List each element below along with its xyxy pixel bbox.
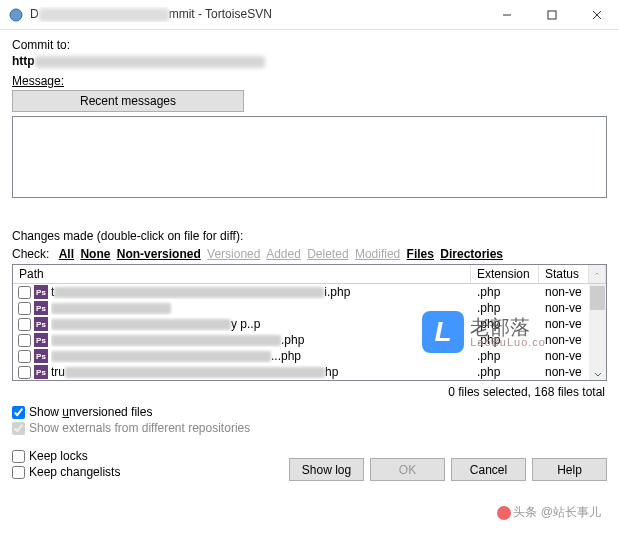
col-status[interactable]: Status <box>539 265 589 283</box>
ok-button[interactable]: OK <box>370 458 445 481</box>
file-path: ...php <box>51 349 471 363</box>
cancel-button[interactable]: Cancel <box>451 458 526 481</box>
filter-files[interactable]: Files <box>407 247 434 261</box>
file-icon: Ps <box>34 365 48 379</box>
file-path: y p..p <box>51 317 471 331</box>
app-icon <box>8 7 24 23</box>
file-icon: Ps <box>34 317 48 331</box>
table-row[interactable]: Pstruhp.phpnon-ve <box>13 364 606 380</box>
file-icon: Ps <box>34 349 48 363</box>
filter-nonversioned[interactable]: Non-versioned <box>117 247 201 261</box>
table-row[interactable]: Psti.php.phpnon-ve <box>13 284 606 300</box>
close-button[interactable] <box>574 0 619 30</box>
commit-message-input[interactable] <box>12 116 607 198</box>
file-status: non-ve <box>539 333 589 347</box>
footer-watermark: 头条 @站长事儿 <box>497 504 601 521</box>
maximize-button[interactable] <box>529 0 574 30</box>
selection-status: 0 files selected, 168 files total <box>12 381 607 405</box>
changes-label: Changes made (double-click on file for d… <box>12 229 607 243</box>
commit-url: http <box>12 54 607 68</box>
check-filter-row: Check: All None Non-versioned Versioned … <box>12 247 607 261</box>
show-log-button[interactable]: Show log <box>289 458 364 481</box>
file-status: non-ve <box>539 285 589 299</box>
file-ext: .php <box>471 285 539 299</box>
file-status: non-ve <box>539 349 589 363</box>
keep-changelists-checkbox[interactable]: Keep changelists <box>12 465 283 479</box>
row-checkbox[interactable] <box>18 318 31 331</box>
col-extension[interactable]: Extension <box>471 265 539 283</box>
file-status: non-ve <box>539 317 589 331</box>
file-path <box>51 301 471 315</box>
window-title: Dmmit - TortoiseSVN <box>30 7 484 22</box>
file-icon: Ps <box>34 333 48 347</box>
row-checkbox[interactable] <box>18 366 31 379</box>
row-checkbox[interactable] <box>18 334 31 347</box>
commit-to-label: Commit to: <box>12 38 607 52</box>
filter-directories[interactable]: Directories <box>440 247 503 261</box>
recent-messages-button[interactable]: Recent messages <box>12 90 244 112</box>
col-path[interactable]: Path <box>13 265 471 283</box>
file-icon: Ps <box>34 301 48 315</box>
file-icon: Ps <box>34 285 48 299</box>
file-status: non-ve <box>539 301 589 315</box>
svg-rect-2 <box>548 11 556 19</box>
minimize-button[interactable] <box>484 0 529 30</box>
scrollbar[interactable] <box>589 284 606 380</box>
file-status: non-ve <box>539 365 589 379</box>
file-path: ti.php <box>51 285 471 299</box>
show-externals-checkbox: Show externals from different repositori… <box>12 421 607 435</box>
svg-point-0 <box>10 9 22 21</box>
file-ext: .php <box>471 317 539 331</box>
row-checkbox[interactable] <box>18 286 31 299</box>
file-ext: .php <box>471 301 539 315</box>
table-row[interactable]: Ps.phpnon-ve <box>13 300 606 316</box>
scroll-up-icon[interactable] <box>589 265 606 283</box>
filter-none[interactable]: None <box>80 247 110 261</box>
filter-modified[interactable]: Modified <box>355 247 400 261</box>
file-ext: .php <box>471 333 539 347</box>
filter-deleted[interactable]: Deleted <box>307 247 348 261</box>
file-path: truhp <box>51 365 471 379</box>
keep-locks-checkbox[interactable]: Keep locks <box>12 449 283 463</box>
help-button[interactable]: Help <box>532 458 607 481</box>
file-list: Path Extension Status Psti.php.phpnon-ve… <box>12 264 607 381</box>
row-checkbox[interactable] <box>18 302 31 315</box>
message-label: Message: <box>12 74 607 88</box>
show-unversioned-checkbox[interactable]: Show unversioned files <box>12 405 607 419</box>
file-ext: .php <box>471 349 539 363</box>
row-checkbox[interactable] <box>18 350 31 363</box>
file-ext: .php <box>471 365 539 379</box>
table-row[interactable]: Psy p..p.phpnon-ve <box>13 316 606 332</box>
filter-all[interactable]: All <box>59 247 74 261</box>
filter-added[interactable]: Added <box>266 247 301 261</box>
table-row[interactable]: Ps...php.phpnon-ve <box>13 348 606 364</box>
table-row[interactable]: Ps.php.phpnon-ve <box>13 332 606 348</box>
filter-versioned[interactable]: Versioned <box>207 247 260 261</box>
file-path: .php <box>51 333 471 347</box>
